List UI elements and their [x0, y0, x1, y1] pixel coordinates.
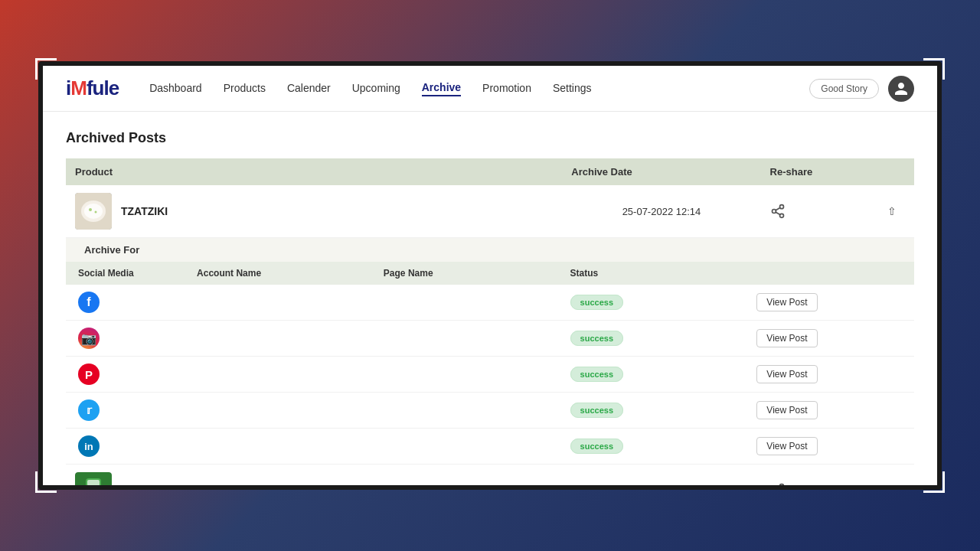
page-title: Archived Posts [66, 130, 914, 146]
archived-posts-table: Product Archive Date Re-share [66, 158, 914, 485]
product-name-2: 7UP FREE 33cl [121, 484, 197, 485]
svg-point-4 [95, 211, 97, 214]
collapse-button[interactable]: ⇧ [887, 205, 897, 217]
archive-for-label: Archive For [66, 238, 914, 262]
reshare-button-2[interactable] [770, 483, 786, 485]
status-badge: success [570, 331, 623, 346]
svg-point-15 [779, 484, 783, 485]
account-name-cell [185, 285, 371, 321]
twitter-icon: 𝕣 [78, 399, 100, 421]
table-row: TZATZIKI 25-07-2022 12:14 [66, 185, 914, 238]
nav-links: Dashboard Products Calender Upcoming Arc… [149, 81, 809, 96]
svg-line-9 [776, 207, 780, 210]
sub-col-page-name: Page Name [371, 262, 558, 285]
svg-rect-12 [87, 480, 100, 485]
svg-line-8 [776, 212, 780, 214]
instagram-icon: 📷 [78, 328, 100, 349]
good-story-button[interactable]: Good Story [809, 79, 879, 99]
nav-upcoming[interactable]: Upcoming [352, 82, 400, 96]
page-name-cell [371, 393, 558, 429]
account-name-cell [185, 429, 371, 465]
view-post-button[interactable]: View Post [756, 401, 817, 419]
reshare-icon [770, 204, 786, 219]
archive-date-cell: 25-07-2022 12:14 [562, 185, 760, 238]
product-info: 7UP FREE 7UP FREE 33cl [75, 472, 553, 485]
main-content: Archived Posts Product Archive Date Re-s… [43, 112, 937, 485]
chevron-up-icon: ⇧ [887, 205, 897, 217]
sub-col-account-name: Account Name [185, 262, 371, 285]
sub-col-social-media: Social Media [66, 262, 185, 285]
sub-col-action [744, 262, 914, 285]
status-badge: success [570, 403, 623, 418]
svg-point-2 [84, 204, 103, 219]
account-name-cell [185, 321, 371, 357]
nav-products[interactable]: Products [224, 82, 266, 96]
social-media-row: 📷 success View Post [66, 321, 914, 357]
sub-col-status: Status [558, 262, 745, 285]
archive-for-header-row: Archive For [66, 238, 914, 262]
col-header-reshare: Re-share [761, 158, 869, 185]
product-info: TZATZIKI [75, 193, 553, 230]
navbar: iMfule Dashboard Products Calender Upcom… [43, 66, 937, 112]
social-media-row: in success View Post [66, 429, 914, 465]
page-name-cell [371, 357, 558, 393]
social-media-row: P success View Post [66, 357, 914, 393]
nav-right: Good Story [809, 76, 914, 102]
nav-promotion[interactable]: Promotion [482, 82, 531, 96]
reshare-button[interactable] [770, 204, 786, 219]
page-name-cell [371, 285, 558, 321]
avatar[interactable] [888, 76, 914, 102]
facebook-icon: f [78, 292, 100, 313]
view-post-button[interactable]: View Post [756, 293, 817, 311]
expand-button-2[interactable]: ⇩ [887, 484, 897, 485]
archive-date-cell-2: 16-07-2022 03:30 [562, 465, 760, 485]
linkedin-icon: in [78, 435, 100, 457]
table-row: 7UP FREE 7UP FREE 33cl 16-07-2022 03:30 [66, 465, 914, 485]
sub-table-header-row: Social Media Account Name Page Name Stat… [66, 262, 914, 465]
nav-archive[interactable]: Archive [422, 81, 461, 96]
nav-dashboard[interactable]: Dashboard [149, 82, 202, 96]
col-header-expand [869, 158, 914, 185]
account-name-cell [185, 357, 371, 393]
app-window: iMfule Dashboard Products Calender Upcom… [38, 61, 942, 490]
logo-accent: M [70, 77, 87, 99]
logo: iMfule [66, 77, 119, 100]
status-badge: success [570, 295, 623, 310]
product-thumbnail-2: 7UP FREE [75, 472, 112, 485]
col-header-archive-date: Archive Date [562, 158, 760, 185]
pinterest-icon: P [78, 364, 100, 385]
social-media-row: 𝕣 success View Post [66, 393, 914, 429]
account-name-cell [185, 393, 371, 429]
view-post-button[interactable]: View Post [756, 329, 817, 347]
page-name-cell [371, 429, 558, 465]
page-name-cell [371, 321, 558, 357]
nav-settings[interactable]: Settings [553, 82, 592, 96]
status-badge: success [570, 367, 623, 382]
reshare-icon-2 [770, 483, 786, 485]
view-post-button[interactable]: View Post [756, 437, 817, 455]
col-header-product: Product [66, 158, 562, 185]
chevron-down-icon: ⇩ [887, 484, 897, 485]
product-thumbnail [75, 193, 112, 230]
product-name: TZATZIKI [121, 205, 168, 217]
status-badge: success [570, 439, 623, 454]
view-post-button[interactable]: View Post [756, 365, 817, 383]
social-media-row: f success View Post [66, 285, 914, 321]
svg-point-3 [89, 208, 92, 211]
nav-calender[interactable]: Calender [287, 82, 331, 96]
